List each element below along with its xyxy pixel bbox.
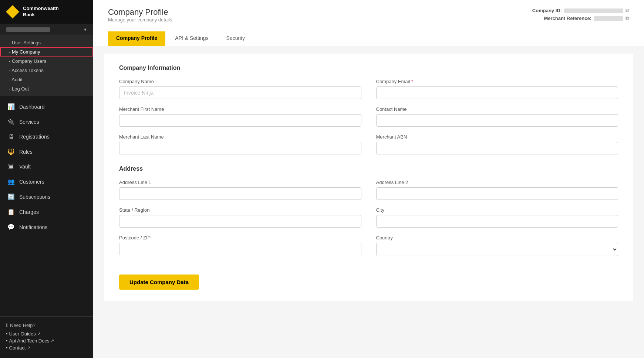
address-line2-label: Address Line 2	[376, 180, 618, 185]
main-content: Company Profile Manage your company deta…	[93, 0, 644, 358]
company-email-input[interactable]	[376, 86, 618, 99]
form-card: Company Information Company Name Company…	[104, 54, 633, 301]
sidebar-nav: 📊 Dashboard 🔌 Services 🖥 Registrations 🔱…	[0, 96, 93, 316]
sidebar-item-label: Subscriptions	[19, 194, 50, 200]
address-line1-label: Address Line 1	[119, 180, 361, 185]
merchant-abn-label: Merchant ABN	[376, 134, 618, 140]
dashboard-icon: 📊	[7, 103, 15, 110]
merchant-abn-input[interactable]	[376, 142, 618, 154]
required-indicator: *	[411, 79, 413, 84]
page-title-section: Company Profile Manage your company deta…	[108, 7, 173, 28]
sidebar-submenu-access-tokens[interactable]: - Access Tokens	[0, 66, 93, 75]
contact-name-label: Contact Name	[376, 106, 618, 112]
contact-name-input[interactable]	[376, 114, 618, 127]
merchant-last-name-group: Merchant Last Name	[119, 134, 361, 154]
merchant-abn-group: Merchant ABN	[376, 134, 618, 154]
country-label: Country	[376, 235, 618, 241]
registrations-icon: 🖥	[7, 133, 15, 140]
state-group: State / Region	[119, 207, 361, 228]
sidebar-item-registrations[interactable]: 🖥 Registrations	[0, 129, 93, 144]
postcode-label: Postcode / ZIP	[119, 235, 361, 241]
sidebar-item-notifications[interactable]: 💬 Notifications	[0, 219, 93, 235]
tab-security[interactable]: Security	[218, 31, 253, 46]
company-name-input[interactable]	[119, 86, 361, 99]
sidebar-item-label: Dashboard	[19, 104, 45, 110]
merchant-ref-copy-icon[interactable]: ⧉	[626, 15, 629, 21]
company-name-label: Company Name	[119, 79, 361, 84]
tab-company-profile[interactable]: Company Profile	[108, 31, 165, 46]
need-help-label: ℹ Need Help?	[6, 323, 87, 328]
city-label: City	[376, 207, 618, 213]
main-header: Company Profile Manage your company deta…	[93, 0, 644, 46]
contact-link[interactable]: • Contact ↗	[6, 345, 87, 351]
company-email-label: Company Email *	[376, 79, 618, 84]
sidebar-submenu-company-users[interactable]: - Company Users	[0, 57, 93, 66]
country-select[interactable]: Australia United States United Kingdom	[376, 243, 618, 256]
company-name-group: Company Name	[119, 79, 361, 99]
sidebar-item-rules[interactable]: 🔱 Rules	[0, 144, 93, 159]
postcode-input[interactable]	[119, 243, 361, 255]
sidebar-logo: Commonwealth Bank	[0, 0, 93, 24]
merchant-ref-row: Merchant Reference: ⧉	[532, 15, 629, 21]
sidebar-submenu-audit[interactable]: - Audit	[0, 75, 93, 84]
company-id-row: Company ID: ⧉	[532, 7, 629, 14]
sidebar-item-charges[interactable]: 📋 Charges	[0, 204, 93, 219]
address-line2-input[interactable]	[376, 187, 618, 200]
postcode-group: Postcode / ZIP	[119, 235, 361, 256]
sidebar-item-label: Notifications	[19, 224, 47, 230]
company-id-label: Company ID:	[532, 8, 562, 13]
merchant-first-name-label: Merchant First Name	[119, 106, 361, 112]
state-input[interactable]	[119, 215, 361, 228]
sidebar-submenu: - User Settings - My Company - Company U…	[0, 36, 93, 96]
page-title-row: Company Profile Manage your company deta…	[108, 7, 629, 28]
company-meta: Company ID: ⧉ Merchant Reference: ⧉	[532, 7, 629, 23]
sidebar-user-section[interactable]: ▼	[0, 24, 93, 36]
sidebar-item-label: Rules	[19, 149, 33, 155]
sidebar-item-dashboard[interactable]: 📊 Dashboard	[0, 99, 93, 114]
city-input[interactable]	[376, 215, 618, 228]
company-id-value	[564, 8, 623, 13]
sidebar-item-label: Services	[19, 119, 39, 125]
sidebar: Commonwealth Bank ▼ - User Settings - My…	[0, 0, 93, 358]
charges-icon: 📋	[7, 208, 15, 215]
sidebar-footer: ℹ Need Help? • User Guides ↗ • Api And T…	[0, 316, 93, 358]
sidebar-item-services[interactable]: 🔌 Services	[0, 114, 93, 129]
merchant-last-name-input[interactable]	[119, 142, 361, 154]
user-placeholder	[6, 27, 50, 32]
sidebar-submenu-user-settings[interactable]: - User Settings	[0, 38, 93, 47]
company-info-section-title: Company Information	[119, 65, 618, 71]
merchant-ref-label: Merchant Reference:	[544, 16, 591, 21]
customers-icon: 👥	[7, 178, 15, 185]
address-grid: Address Line 1 Address Line 2 State / Re…	[119, 180, 618, 256]
address-line1-group: Address Line 1	[119, 180, 361, 200]
sidebar-item-label: Customers	[19, 179, 44, 185]
tabs: Company Profile API & Settings Security	[108, 31, 629, 46]
state-label: State / Region	[119, 207, 361, 213]
logo-text: Commonwealth Bank	[23, 6, 59, 18]
address-section-title: Address	[119, 166, 618, 172]
company-id-copy-icon[interactable]: ⧉	[626, 7, 629, 14]
merchant-first-name-input[interactable]	[119, 114, 361, 127]
update-company-data-button[interactable]: Update Company Data	[119, 275, 199, 290]
sidebar-item-subscriptions[interactable]: 🔄 Subscriptions	[0, 189, 93, 204]
user-dropdown[interactable]: ▼	[6, 27, 87, 32]
services-icon: 🔌	[7, 118, 15, 125]
user-guides-link[interactable]: • User Guides ↗	[6, 331, 87, 337]
tab-api-settings[interactable]: API & Settings	[167, 31, 216, 46]
city-group: City	[376, 207, 618, 228]
main-content-wrapper: Company Information Company Name Company…	[93, 46, 644, 358]
address-line1-input[interactable]	[119, 187, 361, 200]
sidebar-item-vault[interactable]: 🏛 Vault	[0, 159, 93, 174]
sidebar-item-label: Registrations	[19, 134, 50, 140]
merchant-ref-value	[594, 16, 623, 21]
company-email-group: Company Email *	[376, 79, 618, 99]
logo-diamond-icon	[6, 5, 19, 18]
api-tech-docs-link[interactable]: • Api And Tech Docs ↗	[6, 338, 87, 344]
sidebar-submenu-my-company[interactable]: - My Company	[0, 47, 93, 57]
sidebar-item-customers[interactable]: 👥 Customers	[0, 174, 93, 189]
sidebar-submenu-logout[interactable]: - Log Out	[0, 84, 93, 93]
country-group: Country Australia United States United K…	[376, 235, 618, 256]
page-subtitle: Manage your company details.	[108, 17, 173, 23]
page-title: Company Profile	[108, 7, 173, 17]
sidebar-item-label: Charges	[19, 209, 39, 215]
